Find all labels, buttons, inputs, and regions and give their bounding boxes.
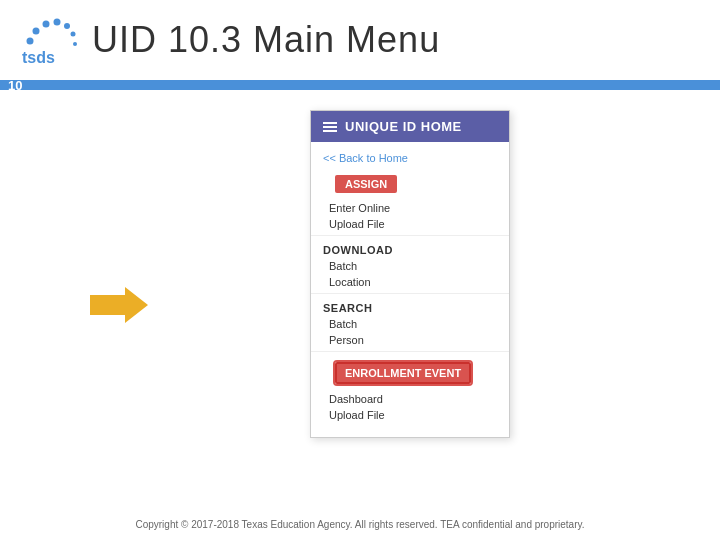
upload-file-1-item[interactable]: Upload File: [311, 216, 509, 232]
divider-3: [311, 351, 509, 352]
footer-text: Copyright © 2017-2018 Texas Education Ag…: [135, 519, 584, 530]
menu-panel: UNIQUE ID HOME << Back to Home ASSIGN En…: [310, 110, 510, 438]
person-item[interactable]: Person: [311, 332, 509, 348]
svg-point-0: [27, 37, 34, 44]
page-title: UID 10.3 Main Menu: [92, 19, 440, 61]
dashboard-item[interactable]: Dashboard: [311, 391, 509, 407]
svg-point-3: [54, 18, 61, 25]
assign-button[interactable]: ASSIGN: [335, 175, 397, 193]
location-item[interactable]: Location: [311, 274, 509, 290]
tsds-logo: tsds: [20, 13, 80, 68]
svg-point-6: [73, 42, 77, 46]
hamburger-icon[interactable]: [323, 122, 337, 132]
back-to-home-link[interactable]: << Back to Home: [311, 148, 509, 168]
divider-1: [311, 235, 509, 236]
logo-container: tsds UID 10.3 Main Menu: [20, 13, 440, 68]
divider-2: [311, 293, 509, 294]
upload-file-2-item[interactable]: Upload File: [311, 407, 509, 423]
svg-text:tsds: tsds: [22, 49, 55, 66]
menu-body: << Back to Home ASSIGN Enter Online Uplo…: [311, 142, 509, 437]
arrow-container: [90, 285, 150, 329]
search-section-label: SEARCH: [311, 297, 509, 316]
main-content: UNIQUE ID HOME << Back to Home ASSIGN En…: [0, 90, 720, 458]
arrow-icon: [90, 285, 150, 325]
svg-point-5: [71, 31, 76, 36]
footer: Copyright © 2017-2018 Texas Education Ag…: [0, 519, 720, 530]
enrollment-event-button[interactable]: ENROLLMENT EVENT: [335, 362, 471, 384]
blue-bar: 10: [0, 80, 720, 90]
svg-point-2: [43, 20, 50, 27]
svg-point-4: [64, 23, 70, 29]
header: tsds UID 10.3 Main Menu: [0, 0, 720, 80]
batch-search-item[interactable]: Batch: [311, 316, 509, 332]
batch-download-item[interactable]: Batch: [311, 258, 509, 274]
svg-point-1: [33, 27, 40, 34]
enter-online-item[interactable]: Enter Online: [311, 200, 509, 216]
menu-header-label: UNIQUE ID HOME: [345, 119, 462, 134]
svg-marker-8: [90, 287, 148, 323]
menu-header: UNIQUE ID HOME: [311, 111, 509, 142]
download-section-label: DOWNLOAD: [311, 239, 509, 258]
